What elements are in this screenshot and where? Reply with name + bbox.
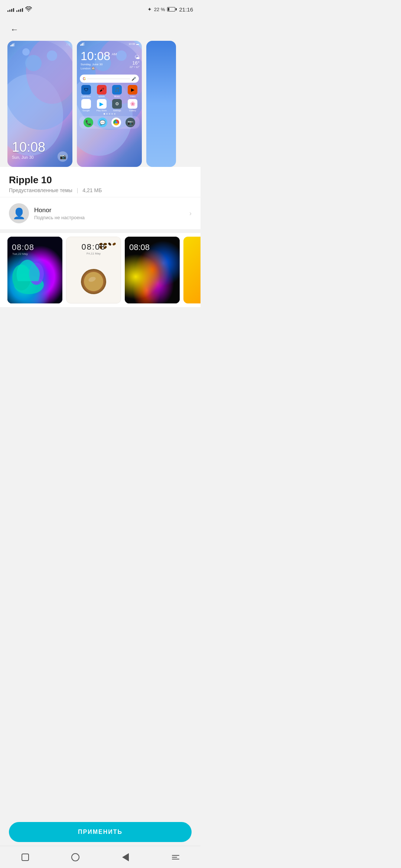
back-button[interactable]: ← [7,22,22,37]
app-video[interactable]: ▶ Video [125,85,140,98]
home-weather: 🌤 16° 22° / 12° [130,54,140,68]
svg-rect-8 [12,45,12,46]
meta-separator: | [77,187,78,193]
signal-icon-2 [16,7,23,12]
theme-size: 4,21 МБ [82,187,102,193]
lock-camera-icon: 📷 [58,151,68,162]
status-bar: ✦ 22 % 21:16 [0,0,200,19]
svg-rect-18 [82,43,83,46]
thumb-1-time: 08:08 [12,243,34,252]
dock-camera[interactable]: 📷 [125,118,135,127]
wallpaper-card-partial[interactable] [146,41,176,167]
top-bar: ← [0,19,200,41]
google-logo: G [83,77,86,81]
svg-rect-10 [14,43,14,46]
lock-date: Sun, Jun 30 [12,155,45,160]
home-app-grid-row2: Google ▶ Play Store ⚙ Settings 🌸 Gallery [77,99,142,112]
app-themes[interactable]: 🖌 splash [95,85,109,98]
theme-info-section: Ripple 10 Предустановленные темы | 4,21 … [0,167,200,197]
home-app-grid-row1: 🛡 Optimizer 🖌 splash 🎵 Music ▶ Video [77,85,142,98]
mic-icon: 🎤 [131,77,136,81]
author-avatar: 👤 [9,203,29,223]
home-page-dots [77,113,142,115]
author-chevron-icon: › [189,210,192,217]
weather-range: 22° / 12° [130,66,140,68]
home-battery-time: 10:08 [128,43,135,45]
avatar-person-icon: 👤 [13,207,26,220]
svg-point-5 [47,50,57,61]
theme-meta: Предустановленные темы | 4,21 МБ [9,187,192,193]
status-left [7,6,32,13]
svg-rect-17 [81,44,82,46]
home-search-bar[interactable]: G 🎤 [80,75,139,83]
svg-point-6 [22,48,30,56]
svg-rect-16 [80,45,81,46]
thumbnail-3[interactable]: 08:08 [125,237,180,303]
scroll-content[interactable]: □| 10:08 Sun, Jun 30 📷 [0,41,200,388]
svg-rect-7 [10,45,11,46]
svg-rect-9 [13,44,13,47]
wifi-icon [25,6,32,13]
section-divider [0,229,200,233]
author-row[interactable]: 👤 Honor Подпись не настроена › [0,197,200,229]
wallpaper-card-lock[interactable]: □| 10:08 Sun, Jun 30 📷 [7,41,72,167]
thumb-2-date: Fri,11 May [87,252,101,255]
status-right: ✦ 22 % 21:16 [147,6,193,13]
home-big-time: 10:08 [81,50,110,62]
signal-icon-1 [7,7,14,12]
theme-category: Предустановленные темы [9,187,72,193]
thumb-3-time: 08:08 [129,243,150,252]
author-subtitle: Подпись не настроена [34,215,184,220]
app-music[interactable]: 🎵 Music [110,85,124,98]
battery-icon [167,7,177,11]
app-play-store[interactable]: ▶ Play Store [95,99,109,112]
thumbnail-1[interactable]: 08:08 Tue,22 May [7,237,62,303]
bluetooth-icon: ✦ [147,6,152,12]
app-google[interactable]: Google [79,99,93,112]
author-name: Honor [34,207,184,214]
thumbnails-row: 08:08 Tue,22 May 08:08 Fri,11 May [0,233,200,307]
theme-title: Ripple 10 [9,174,192,186]
lock-time: 10:08 [12,139,45,155]
svg-rect-19 [84,42,84,46]
home-screen-statusbar: 10:08 ▬ [77,41,142,47]
svg-point-4 [25,55,42,71]
home-bottom-dock: 📞 💬 📷 [79,116,140,129]
weather-temp: 16° [130,60,140,66]
dock-chrome[interactable] [111,118,121,127]
app-optimizer[interactable]: 🛡 Optimizer [79,85,93,98]
dock-phone[interactable]: 📞 [84,118,93,127]
dock-messages[interactable]: 💬 [98,118,107,127]
thumb-1-date: Tue,22 May [12,252,28,256]
thumbnail-2[interactable]: 08:08 Fri,11 May [66,237,121,303]
app-gallery[interactable]: 🌸 Gallery [125,99,140,112]
home-ampm: AM [112,52,117,56]
lock-screen-time-overlay: 10:08 Sun, Jun 30 [12,139,45,160]
preview-carousel: □| 10:08 Sun, Jun 30 📷 [0,41,200,167]
svg-point-0 [28,10,29,11]
thumbnail-4-partial[interactable] [183,237,200,303]
status-time: 21:16 [179,6,193,13]
battery-percent: 22 % [154,7,165,12]
app-settings[interactable]: ⚙ Settings [110,99,124,112]
wallpaper-card-home[interactable]: 10:08 ▬ 10:08 AM Sunday, June 30 London … [77,41,142,167]
author-info: Honor Подпись не настроена [34,207,184,220]
svg-point-25 [84,272,103,291]
